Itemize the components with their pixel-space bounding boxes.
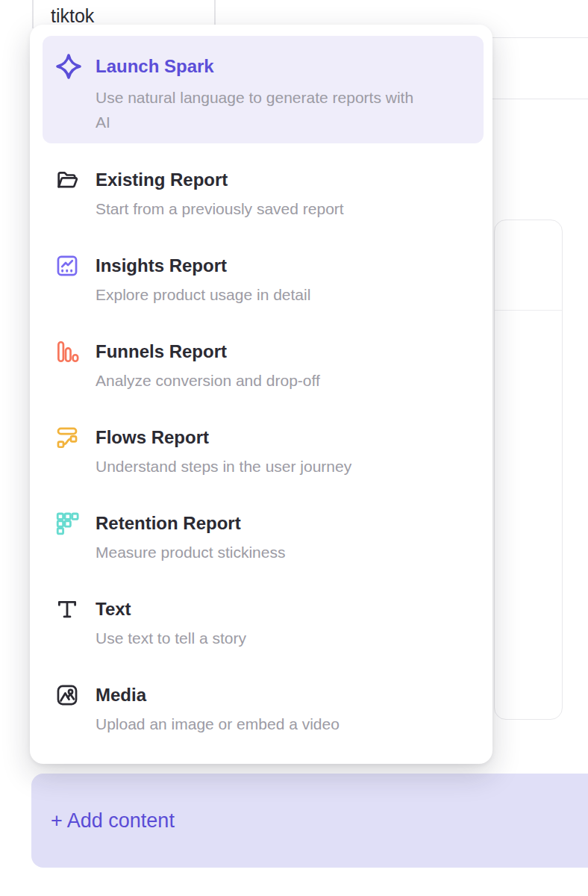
menu-item-text[interactable]: Text Use text to tell a story <box>54 597 472 650</box>
menu-item-retention-report[interactable]: Retention Report Measure product stickin… <box>54 511 472 564</box>
menu-item-title: Text <box>96 597 246 622</box>
retention-grid-icon <box>54 511 80 536</box>
menu-item-subtitle: Upload an image or embed a video <box>96 712 340 736</box>
menu-item-title: Retention Report <box>96 511 285 536</box>
card-divider <box>495 310 562 311</box>
table-column-border <box>214 0 216 25</box>
menu-item-existing-report[interactable]: Existing Report Start from a previously … <box>54 167 472 221</box>
menu-item-subtitle: Understand steps in the user journey <box>96 454 351 479</box>
subtitle-line: AI <box>96 110 472 134</box>
menu-item-insights-report[interactable]: Insights Report Explore product usage in… <box>54 253 472 307</box>
menu-item-title: Insights Report <box>96 253 310 279</box>
menu-item-title: Flows Report <box>96 425 351 450</box>
menu-item-title: Launch Spark <box>96 53 214 80</box>
menu-item-title: Existing Report <box>96 167 344 193</box>
add-content-menu: Launch Spark Use natural language to gen… <box>30 25 492 764</box>
menu-item-funnels-report[interactable]: Funnels Report Analyze conversion and dr… <box>54 339 472 393</box>
funnel-bars-icon <box>54 339 80 364</box>
menu-item-subtitle: Use natural language to generate reports… <box>96 85 472 134</box>
add-content-label: + Add content <box>51 809 175 833</box>
subtitle-line: Use natural language to generate reports… <box>96 85 472 110</box>
menu-item-title: Media <box>96 682 340 708</box>
spark-icon <box>54 52 83 81</box>
insights-chart-icon <box>54 253 80 279</box>
folder-open-icon <box>54 167 80 193</box>
media-image-icon <box>54 682 80 708</box>
menu-item-launch-spark[interactable]: Launch Spark Use natural language to gen… <box>43 36 484 143</box>
menu-item-media[interactable]: Media Upload an image or embed a video <box>54 682 472 736</box>
add-content-button[interactable]: + Add content <box>31 774 588 868</box>
menu-item-title: Funnels Report <box>96 339 320 364</box>
table-column-border <box>32 0 34 28</box>
menu-item-subtitle: Analyze conversion and drop-off <box>96 368 320 393</box>
menu-item-subtitle: Explore product usage in detail <box>96 282 310 307</box>
flows-icon <box>54 425 80 450</box>
background-report-card <box>494 220 563 720</box>
text-icon <box>54 597 80 622</box>
menu-item-subtitle: Measure product stickiness <box>96 540 285 564</box>
menu-item-subtitle: Use text to tell a story <box>96 626 246 650</box>
menu-item-list: Existing Report Start from a previously … <box>43 167 484 736</box>
menu-item-subtitle: Start from a previously saved report <box>96 196 344 221</box>
menu-item-flows-report[interactable]: Flows Report Understand steps in the use… <box>54 425 472 479</box>
